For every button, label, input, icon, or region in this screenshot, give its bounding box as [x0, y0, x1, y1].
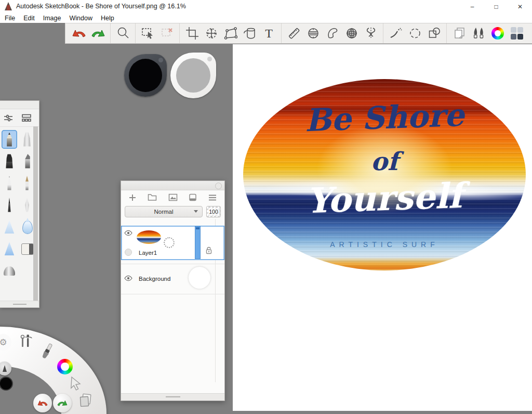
- brush-hard-airbrush[interactable]: [2, 239, 17, 258]
- select-tool-button[interactable]: [140, 25, 156, 41]
- brush-marker[interactable]: [2, 152, 17, 171]
- layers-panel-titlebar[interactable]: [121, 181, 224, 190]
- lagoon-layers-button[interactable]: [78, 392, 92, 409]
- ellipse-shape-icon: [408, 27, 422, 40]
- brush-pencil[interactable]: [2, 130, 17, 149]
- layers-panel: Normal 100 Layer1 Background: [121, 180, 225, 401]
- color-puck[interactable]: [170, 53, 216, 98]
- brush-airbrush[interactable]: [19, 130, 35, 149]
- brush-chisel-marker[interactable]: [19, 152, 35, 171]
- transform-tool-button[interactable]: [203, 25, 219, 41]
- crop-tool-button[interactable]: [184, 25, 200, 41]
- shapes-tool-button[interactable]: [426, 25, 442, 41]
- layer-color-tag[interactable]: [125, 249, 132, 256]
- undo-arrow-icon: [72, 27, 86, 40]
- color-editor-button[interactable]: [489, 25, 506, 41]
- brush-library-button[interactable]: [470, 25, 486, 41]
- brush-water-blend[interactable]: [19, 217, 35, 236]
- layer-list: Layer1 Background: [121, 219, 224, 382]
- menu-edit[interactable]: Edit: [20, 15, 39, 22]
- toolbar-panels-group: [451, 25, 525, 41]
- brush-smudge[interactable]: [2, 261, 17, 280]
- fill-tool-button[interactable]: [242, 25, 258, 41]
- maximize-button[interactable]: □: [484, 0, 508, 13]
- predictive-stroke-button[interactable]: [388, 25, 404, 41]
- close-button[interactable]: ✕: [508, 0, 532, 13]
- visibility-eye-icon[interactable]: [124, 275, 132, 281]
- brush-ink-nib[interactable]: [19, 196, 35, 214]
- image-stack-icon: [78, 393, 92, 408]
- brush-ballpoint-pen[interactable]: [2, 174, 17, 192]
- layer-editor-button[interactable]: [509, 25, 525, 41]
- color-wheel-icon: [491, 27, 504, 40]
- layers-panel-resize-handle[interactable]: [121, 393, 224, 400]
- window-title: Autodesk SketchBook - Be Shore of Yourse…: [16, 3, 186, 10]
- copy-paste-button[interactable]: [451, 25, 467, 41]
- layers-menu-icon[interactable]: [208, 194, 217, 201]
- redo-button[interactable]: [90, 25, 106, 41]
- menu-file[interactable]: File: [1, 15, 20, 22]
- brush-fineliner[interactable]: [2, 196, 17, 214]
- ellipse-guide-button[interactable]: [305, 25, 321, 41]
- paint-bucket-icon: [243, 27, 257, 40]
- ruler-tool-button[interactable]: [286, 25, 302, 41]
- lagoon-tools-button[interactable]: [18, 333, 34, 352]
- menu-window[interactable]: Window: [65, 15, 97, 22]
- add-layer-icon[interactable]: [128, 193, 137, 202]
- layer-opacity-field[interactable]: 100: [206, 206, 221, 217]
- layer-group-icon[interactable]: [148, 193, 157, 201]
- layers-panel-close-button[interactable]: [215, 183, 222, 189]
- lagoon-color-button[interactable]: [57, 359, 73, 374]
- brush-palette-resize-handle[interactable]: [0, 301, 39, 307]
- layer-row-layer1[interactable]: Layer1: [121, 226, 224, 260]
- symmetry-tool-button[interactable]: [363, 25, 379, 41]
- zoom-tool-button[interactable]: [115, 25, 131, 41]
- perspective-guide-button[interactable]: [343, 25, 360, 41]
- text-tool-button[interactable]: T: [261, 25, 277, 41]
- undo-arrow-icon: [36, 398, 49, 408]
- ruler-icon: [287, 27, 301, 40]
- brush-palette-drag-bar[interactable]: [0, 101, 39, 109]
- layer-editor-icon: [511, 27, 523, 40]
- deselect-tool-button[interactable]: [159, 25, 175, 41]
- menu-help[interactable]: Help: [97, 15, 119, 22]
- artwork-subtitle: ARTISTIC SURF: [243, 240, 526, 249]
- ellipse-tool-button[interactable]: [407, 25, 423, 41]
- artwork-line2: of: [243, 149, 526, 174]
- processing-spinner-icon: [164, 237, 175, 248]
- predictive-stroke-icon: [389, 27, 403, 40]
- french-curve-icon: [326, 27, 339, 40]
- french-curve-button[interactable]: [324, 25, 340, 41]
- brush-puck[interactable]: [124, 54, 167, 97]
- toolbar-separator: [135, 23, 136, 43]
- blend-mode-dropdown[interactable]: Normal: [125, 206, 203, 217]
- brush-set-view-icon[interactable]: [21, 114, 32, 122]
- lock-icon[interactable]: [205, 247, 212, 254]
- toolbar-separator: [110, 23, 111, 43]
- brush-settings-icon[interactable]: [4, 114, 13, 122]
- lagoon-redo-button[interactable]: [53, 394, 72, 412]
- redo-arrow-icon: [91, 27, 105, 40]
- canvas[interactable]: Be Shore of Yourself ARTISTIC SURF: [233, 44, 532, 411]
- lagoon-undo-button[interactable]: [33, 394, 52, 412]
- toolbar-separator: [446, 23, 447, 43]
- mark-layer-icon[interactable]: [189, 193, 197, 201]
- layer-opacity-slider[interactable]: [195, 226, 201, 259]
- brush-palette-scrollbar[interactable]: [33, 126, 38, 301]
- layer-row-background[interactable]: Background: [121, 264, 224, 294]
- brush-soft-airbrush[interactable]: [2, 217, 17, 236]
- artwork-line3: Yourself: [243, 176, 526, 221]
- undo-button[interactable]: [71, 25, 87, 41]
- minimize-button[interactable]: –: [460, 0, 484, 13]
- visibility-eye-icon[interactable]: [124, 230, 132, 236]
- menu-image[interactable]: Image: [39, 15, 66, 22]
- magnifier-icon: [116, 27, 130, 40]
- background-thumbnail: [189, 267, 210, 289]
- brush-eraser[interactable]: [19, 239, 35, 258]
- lagoon-interface-button[interactable]: [69, 376, 84, 391]
- layer-name: Layer1: [139, 250, 157, 256]
- distort-tool-button[interactable]: [222, 25, 238, 41]
- toolbar-stroke-group: [388, 25, 442, 41]
- import-image-icon[interactable]: [168, 193, 178, 201]
- brush-textured-pen[interactable]: [19, 174, 35, 192]
